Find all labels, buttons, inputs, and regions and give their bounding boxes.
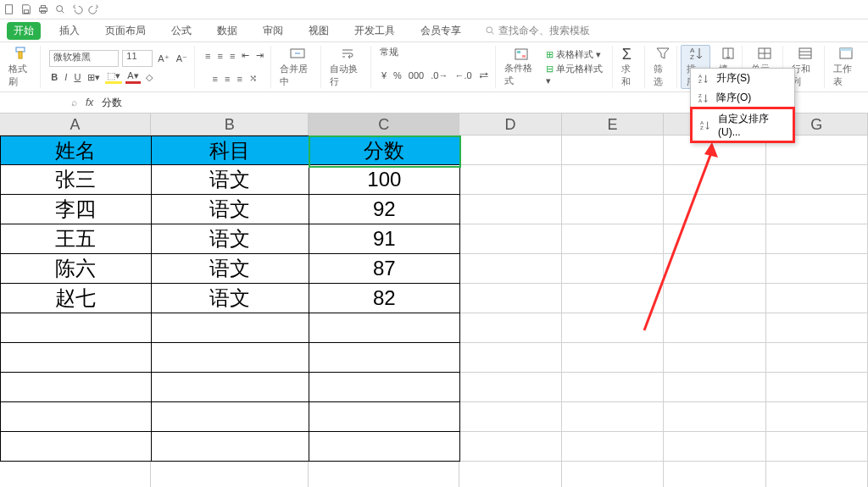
- cell[interactable]: [562, 313, 664, 343]
- merge-group[interactable]: 合并居中: [275, 46, 321, 88]
- decrease-font-icon[interactable]: A⁻: [175, 53, 189, 64]
- cell[interactable]: [766, 432, 868, 462]
- cell[interactable]: [0, 313, 152, 343]
- bold-button[interactable]: B: [49, 72, 59, 82]
- cell[interactable]: [0, 432, 152, 462]
- align-top-icon[interactable]: ≡: [203, 51, 212, 61]
- percent-button[interactable]: %: [392, 70, 403, 80]
- cell[interactable]: [562, 165, 664, 195]
- cell[interactable]: [664, 165, 765, 195]
- cell[interactable]: [766, 224, 868, 254]
- cell[interactable]: [460, 284, 562, 313]
- cell[interactable]: 100: [309, 165, 460, 195]
- cell[interactable]: [562, 195, 664, 224]
- tab-member[interactable]: 会员专享: [414, 22, 468, 40]
- col-header-C[interactable]: C: [309, 113, 459, 136]
- cell[interactable]: [766, 254, 868, 284]
- cell[interactable]: 李四: [0, 195, 152, 224]
- undo-icon[interactable]: [71, 3, 83, 15]
- align-right-icon[interactable]: ≡: [235, 74, 243, 84]
- cell[interactable]: [309, 432, 460, 462]
- cell[interactable]: [562, 254, 664, 284]
- cell[interactable]: [562, 343, 664, 373]
- fill-color-button[interactable]: ⬚▾: [105, 70, 122, 84]
- cell[interactable]: [664, 284, 765, 313]
- cell[interactable]: [151, 462, 309, 487]
- cell[interactable]: 语文: [152, 284, 309, 313]
- cell[interactable]: [664, 432, 765, 462]
- thousands-button[interactable]: 000: [407, 70, 426, 80]
- italic-button[interactable]: I: [63, 72, 69, 82]
- cell[interactable]: [460, 432, 562, 462]
- cell[interactable]: [562, 462, 664, 487]
- align-bottom-icon[interactable]: ≡: [228, 51, 236, 61]
- cell[interactable]: [664, 195, 765, 224]
- cell[interactable]: [562, 402, 664, 432]
- cell[interactable]: [0, 343, 152, 373]
- cell[interactable]: [562, 432, 664, 462]
- underline-button[interactable]: U: [72, 72, 82, 82]
- number-format-select[interactable]: 常规: [380, 46, 431, 58]
- cell[interactable]: [460, 165, 562, 195]
- border-button[interactable]: ⊞▾: [86, 72, 102, 83]
- cell[interactable]: [766, 343, 868, 373]
- cell[interactable]: 87: [309, 254, 460, 284]
- grid[interactable]: 姓名 科目 分数 张三 语文 100 李四 语文 92 王五 语文 91 陈六: [0, 136, 868, 487]
- currency-button[interactable]: ¥: [380, 70, 388, 80]
- cell[interactable]: 82: [309, 284, 460, 313]
- cell[interactable]: 陈六: [0, 254, 152, 284]
- cell[interactable]: [664, 343, 765, 373]
- sum-group[interactable]: Σ 求和: [616, 46, 645, 88]
- filter-group[interactable]: 筛选: [648, 46, 677, 88]
- cell[interactable]: [460, 343, 562, 373]
- cell[interactable]: [152, 402, 309, 432]
- cell[interactable]: [664, 462, 765, 487]
- fx-label[interactable]: fx: [86, 97, 93, 108]
- align-middle-icon[interactable]: ≡: [215, 51, 224, 61]
- cell[interactable]: 91: [309, 224, 460, 254]
- header-score[interactable]: 分数: [309, 136, 460, 165]
- cell[interactable]: [766, 402, 868, 432]
- inc-decimal-button[interactable]: .0→: [429, 70, 449, 80]
- sort-custom-item[interactable]: AZ 自定义排序(U)...: [690, 107, 795, 143]
- save-icon[interactable]: [20, 3, 32, 15]
- cell[interactable]: [562, 136, 664, 165]
- orientation-icon[interactable]: ⤭: [248, 73, 259, 84]
- cond-format-icon[interactable]: [513, 47, 530, 62]
- cell[interactable]: 王五: [0, 224, 152, 254]
- font-color-button[interactable]: A▾: [125, 70, 140, 84]
- tab-start[interactable]: 开始: [7, 22, 41, 40]
- cell[interactable]: [460, 195, 562, 224]
- cell[interactable]: [460, 313, 562, 343]
- cell[interactable]: [309, 402, 460, 432]
- preview-icon[interactable]: [54, 3, 66, 15]
- cell[interactable]: [460, 373, 562, 402]
- format-painter-group[interactable]: 格式刷: [3, 46, 41, 88]
- cell[interactable]: [460, 224, 562, 254]
- cell[interactable]: [309, 313, 460, 343]
- cell[interactable]: [309, 373, 460, 402]
- cell[interactable]: [309, 343, 460, 373]
- cell[interactable]: 语文: [152, 165, 309, 195]
- cell[interactable]: [152, 343, 309, 373]
- table-style-button[interactable]: ⊞ 表格样式 ▾: [546, 48, 607, 61]
- col-header-B[interactable]: B: [151, 113, 309, 136]
- cell[interactable]: 语文: [152, 195, 309, 224]
- header-name[interactable]: 姓名: [0, 136, 152, 165]
- tab-view[interactable]: 视图: [302, 22, 336, 40]
- increase-font-icon[interactable]: A⁺: [156, 53, 170, 64]
- cell[interactable]: [664, 254, 765, 284]
- type-convert-button[interactable]: ⮂: [477, 70, 490, 80]
- cell[interactable]: [766, 462, 868, 487]
- cell[interactable]: [562, 224, 664, 254]
- col-header-D[interactable]: D: [459, 113, 561, 136]
- align-center-icon[interactable]: ≡: [223, 74, 231, 84]
- cell[interactable]: [152, 313, 309, 343]
- tab-insert[interactable]: 插入: [53, 22, 86, 40]
- cell[interactable]: [460, 254, 562, 284]
- zoom-icon[interactable]: ⌕: [71, 97, 77, 108]
- search-box[interactable]: 查找命令、搜索模板: [485, 24, 590, 38]
- redo-icon[interactable]: [88, 3, 100, 15]
- cell[interactable]: [562, 284, 664, 313]
- cell[interactable]: [766, 373, 868, 402]
